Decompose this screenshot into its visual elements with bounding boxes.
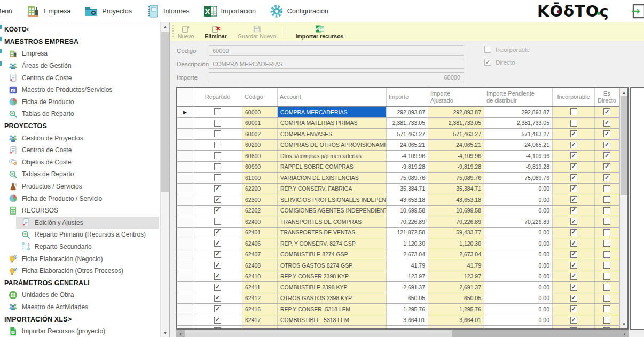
sidebar-item-ficha-de-producto-servicio[interactable]: Ficha de Producto / Servicio bbox=[0, 192, 160, 205]
cell-incorporable[interactable] bbox=[553, 315, 595, 326]
cell-directo[interactable] bbox=[595, 271, 619, 282]
row-selector-cell[interactable] bbox=[177, 140, 193, 151]
row-selector-cell[interactable] bbox=[177, 304, 193, 315]
eliminar-button[interactable]: Eliminar bbox=[203, 24, 227, 40]
directo-checkbox[interactable] bbox=[603, 218, 610, 225]
sidebar-item-edicion-y-ajustes[interactable]: Edición y Ajustes bbox=[16, 217, 159, 229]
cell-directo[interactable] bbox=[595, 326, 619, 328]
repartido-checkbox[interactable] bbox=[214, 229, 221, 236]
incorporable-checkbox[interactable] bbox=[570, 120, 577, 127]
cell-ajustado[interactable]: 70,226.89 bbox=[428, 216, 484, 227]
cell-repartido[interactable] bbox=[193, 260, 242, 271]
cell-importe[interactable]: 75,089.76 bbox=[387, 173, 428, 183]
sidebar-item-recursos[interactable]: RECURSOS bbox=[0, 205, 160, 217]
cell-repartido[interactable] bbox=[193, 194, 242, 205]
cell-directo[interactable] bbox=[595, 118, 619, 129]
grid-horizontal-scrollbar[interactable]: ‹ › bbox=[176, 330, 629, 337]
cell-account[interactable] bbox=[278, 326, 387, 328]
row-selector-cell[interactable] bbox=[177, 216, 193, 227]
cell-repartido[interactable] bbox=[193, 238, 242, 249]
cell-account[interactable]: COMPRA MATERIAS PRIMAS bbox=[278, 118, 387, 129]
sidebar-item-importar-recursos-proyecto[interactable]: Importar Recursos (proyecto) bbox=[0, 325, 160, 337]
cell-incorporable[interactable] bbox=[553, 293, 595, 304]
cell-ajustado[interactable]: 1,120.30 bbox=[428, 238, 484, 249]
sidebar-item-maestro-de-actividades[interactable]: Maestro de Actividades bbox=[0, 301, 160, 314]
cell-directo[interactable] bbox=[595, 315, 619, 326]
cell-importe[interactable]: 1,295.76 bbox=[387, 304, 428, 315]
cell-pendiente[interactable]: 571,463.27 bbox=[484, 129, 553, 139]
cell-ajustado[interactable]: 2,381,733.05 bbox=[428, 118, 484, 129]
sidebar-item-unidades-de-obra[interactable]: Unidades de Obra bbox=[0, 289, 160, 301]
incorporable-checkbox[interactable] bbox=[484, 46, 491, 53]
cell-account[interactable]: COMPRA ENVASES bbox=[278, 129, 387, 139]
scroll-right-icon[interactable]: › bbox=[620, 330, 629, 337]
sidebar-item-tablas-de-reparto[interactable]: Tablas de Reparto bbox=[0, 168, 160, 181]
cell-account[interactable]: REP.Y CONSERV. FABRICA bbox=[278, 184, 387, 194]
cell-incorporable[interactable] bbox=[553, 249, 595, 260]
importar-recursos-button[interactable]: dImportar recursos bbox=[295, 24, 345, 40]
directo-checkbox[interactable] bbox=[603, 174, 610, 181]
row-selector-cell[interactable] bbox=[177, 184, 193, 194]
scroll-up-icon[interactable]: ▲ bbox=[620, 88, 628, 97]
directo-checkbox[interactable] bbox=[603, 251, 610, 258]
sidebar-scrollbar-thumb[interactable] bbox=[161, 32, 169, 192]
cell-codigo[interactable]: 62407 bbox=[242, 249, 278, 260]
cell-importe[interactable]: 2,381,733.05 bbox=[387, 118, 428, 129]
menu-item-empresa[interactable]: Empresa bbox=[26, 4, 70, 18]
sidebar-item-reparto-primario-recursos-a-centros[interactable]: Reparto Primario (Recursos a Centros) bbox=[0, 229, 160, 241]
cell-account[interactable]: REP.Y CONSER.2398 KYP bbox=[278, 271, 387, 282]
directo-checkbox[interactable] bbox=[603, 142, 610, 148]
cell-pendiente[interactable]: 0.00 bbox=[484, 293, 553, 304]
column-header-importe[interactable]: Importe bbox=[387, 88, 428, 106]
cell-account[interactable]: COMBUSTIBLE 5318 LFM bbox=[278, 315, 387, 326]
menu-item-informes[interactable]: Informes bbox=[146, 4, 190, 18]
incorporable-checkbox[interactable] bbox=[570, 295, 577, 302]
cell-incorporable[interactable] bbox=[553, 304, 595, 315]
cell-repartido[interactable] bbox=[193, 293, 242, 304]
incorporable-checkbox[interactable] bbox=[570, 196, 577, 203]
cell-directo[interactable] bbox=[595, 304, 619, 315]
sidebar-item-empresa[interactable]: Empresa bbox=[0, 48, 160, 60]
directo-checkbox[interactable] bbox=[603, 152, 610, 159]
repartido-checkbox[interactable] bbox=[214, 262, 221, 269]
repartido-checkbox[interactable] bbox=[214, 207, 221, 214]
sidebar-item-reparto-secundario[interactable]: Reparto Secundario bbox=[0, 241, 160, 253]
cell-importe[interactable]: 1,120.30 bbox=[387, 238, 428, 249]
directo-checkbox[interactable] bbox=[603, 120, 610, 127]
directo-checkbox[interactable] bbox=[484, 59, 491, 66]
cell-pendiente[interactable]: 0.00 bbox=[484, 228, 553, 238]
incorporable-checkbox[interactable] bbox=[570, 218, 577, 225]
sidebar-item-ficha-elaboracion-otros-procesos[interactable]: Ficha Elaboración (Otros Procesos) bbox=[0, 265, 160, 277]
cell-repartido[interactable] bbox=[193, 118, 242, 129]
cell-codigo[interactable]: 62408 bbox=[242, 260, 278, 271]
directo-checkbox[interactable] bbox=[603, 273, 610, 280]
incorporable-checkbox[interactable] bbox=[570, 152, 577, 159]
cell-incorporable[interactable] bbox=[553, 271, 595, 282]
sidebar-item-areas-de-gestion[interactable]: Áreas de Gestión bbox=[0, 60, 160, 72]
column-header-repartido[interactable]: Repartido bbox=[193, 88, 242, 106]
scroll-down-icon[interactable]: ▼ bbox=[161, 328, 170, 337]
cell-repartido[interactable] bbox=[193, 173, 242, 183]
cell-repartido[interactable] bbox=[193, 216, 242, 227]
cell-directo[interactable] bbox=[595, 282, 619, 293]
incorporable-checkbox[interactable] bbox=[570, 262, 577, 269]
cell-incorporable[interactable] bbox=[553, 184, 595, 194]
cell-incorporable[interactable] bbox=[553, 206, 595, 216]
cell-importe[interactable]: 571,463.27 bbox=[387, 129, 428, 139]
cell-importe[interactable] bbox=[387, 326, 428, 328]
directo-checkbox[interactable] bbox=[603, 163, 610, 170]
cell-codigo[interactable]: 62300 bbox=[242, 194, 278, 205]
cell-importe[interactable]: 41.79 bbox=[387, 260, 428, 271]
incorporable-checkbox[interactable] bbox=[570, 174, 577, 181]
cell-incorporable[interactable] bbox=[553, 118, 595, 129]
cell-importe[interactable]: 123.97 bbox=[387, 271, 428, 282]
cell-pendiente[interactable]: 0.00 bbox=[484, 304, 553, 315]
incorporable-checkbox[interactable] bbox=[570, 327, 577, 328]
column-header-ajustado[interactable]: Importe Ajustado bbox=[428, 88, 484, 106]
cell-repartido[interactable] bbox=[193, 107, 242, 117]
menu-item-proyectos[interactable]: Proyectos bbox=[84, 4, 132, 18]
repartido-checkbox[interactable] bbox=[214, 120, 221, 127]
cell-incorporable[interactable] bbox=[553, 282, 595, 293]
repartido-checkbox[interactable] bbox=[214, 174, 221, 181]
cell-directo[interactable] bbox=[595, 140, 619, 151]
